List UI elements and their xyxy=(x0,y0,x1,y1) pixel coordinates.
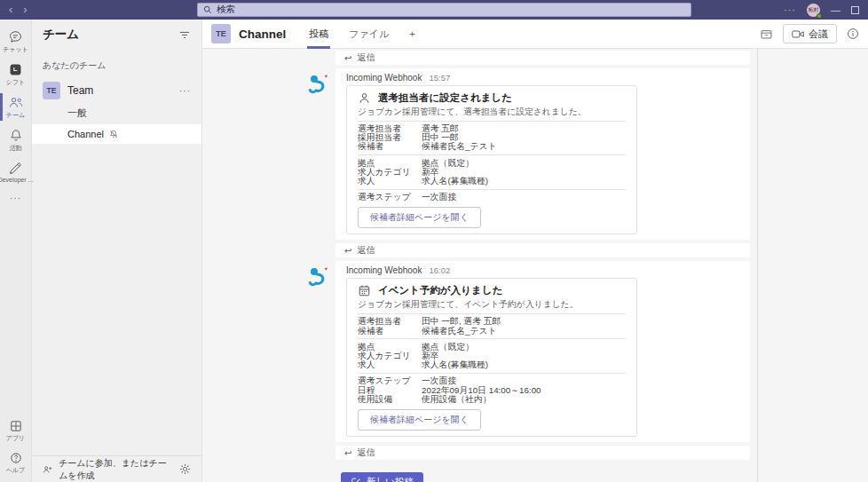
search-placeholder: 検索 xyxy=(217,4,235,16)
filter-icon[interactable] xyxy=(178,29,191,40)
message-time: 15:57 xyxy=(429,73,450,83)
meet-button[interactable]: 会議 xyxy=(783,24,837,43)
teams-window: ‹ › 検索 ··· 柘村 — xyxy=(0,0,868,482)
apps-grid-icon xyxy=(9,419,23,433)
reply-arrow-icon: ↩ xyxy=(344,53,351,63)
card-subtitle: ジョブカン採用管理にて、イベント予約が入りました。 xyxy=(358,299,626,310)
chat-icon xyxy=(8,29,23,44)
shifts-icon xyxy=(8,62,23,77)
rail-item-apps[interactable]: アプリ xyxy=(0,415,31,446)
search-input[interactable]: 検索 xyxy=(197,3,691,17)
tab-files[interactable]: ファイル xyxy=(343,20,395,49)
field-row: 使用設備使用設備（社内） xyxy=(358,395,626,404)
field-row: 選考ステップ一次面接 xyxy=(358,193,626,201)
user-avatar[interactable]: 柘村 xyxy=(807,4,820,17)
info-icon[interactable] xyxy=(847,28,859,40)
join-team-icon xyxy=(43,464,52,475)
open-candidate-detail-button[interactable]: 候補者詳細ページを開く xyxy=(358,207,481,228)
message-webhook-2: Incoming Webhook 16:02 xyxy=(335,261,750,442)
history-nav: ‹ › xyxy=(9,0,28,20)
jobcan-webhook-avatar-icon xyxy=(305,73,330,98)
add-tab-button[interactable]: + xyxy=(403,20,421,49)
calendar-icon xyxy=(358,284,371,297)
channel-title: Channel xyxy=(239,28,286,41)
reply-arrow-icon: ↩ xyxy=(344,448,351,458)
minimize-button[interactable]: — xyxy=(831,4,840,15)
field-row: 日程2022年09月10日 14:00～16:00 xyxy=(358,386,626,395)
adaptive-card-selection-assigned: 選考担当者に設定されました ジョブカン採用管理にて、選考担当者に設定されました。… xyxy=(346,85,637,234)
jobcan-webhook-avatar-icon xyxy=(305,265,330,290)
rail-item-shifts[interactable]: シフト xyxy=(0,58,31,91)
titlebar: ‹ › 検索 ··· 柘村 — xyxy=(0,0,868,20)
archive-box-icon[interactable] xyxy=(760,28,773,40)
presence-available-dot xyxy=(817,13,822,19)
maximize-button[interactable] xyxy=(851,6,859,14)
avatar-initials: 柘村 xyxy=(809,6,819,14)
titlebar-right: ··· 柘村 — xyxy=(784,4,859,17)
field-row: 求人カテゴリ新卒 xyxy=(358,168,626,177)
open-candidate-detail-button[interactable]: 候補者詳細ページを開く xyxy=(358,409,481,431)
card-title: イベント予約が入りました xyxy=(378,285,502,296)
adaptive-card-event-booked: イベント予約が入りました ジョブカン採用管理にて、イベント予約が入りました。 選… xyxy=(346,278,637,437)
sidebar-channel-channel[interactable]: Channel xyxy=(32,124,201,144)
back-icon[interactable]: ‹ xyxy=(9,0,12,20)
message-webhook-1: Incoming Webhook 15:57 選考担当者に設定されました xyxy=(335,68,750,240)
channel-team-avatar: TE xyxy=(211,24,231,43)
new-post-button[interactable]: 新しい投稿 xyxy=(341,472,423,482)
app-rail: チャット シフト チーム xyxy=(0,20,32,482)
forward-icon[interactable]: › xyxy=(23,0,27,20)
message-list: ↩ 返信 xyxy=(202,49,868,482)
rail-item-teams[interactable]: チーム xyxy=(0,91,31,123)
card-title: 選考担当者に設定されました xyxy=(378,92,512,104)
reply-arrow-icon: ↩ xyxy=(344,246,351,256)
field-row: 候補者候補者氏名_テスト xyxy=(358,142,626,151)
reply-bar-top[interactable]: ↩ 返信 xyxy=(335,51,750,65)
activity-bell-icon xyxy=(9,128,23,143)
sidebar-title: チーム xyxy=(43,27,79,43)
manage-teams-gear-icon[interactable] xyxy=(179,463,191,475)
message-time: 16:02 xyxy=(429,265,450,275)
video-camera-icon xyxy=(792,29,804,39)
team-more-icon[interactable]: ··· xyxy=(179,86,191,96)
rail-item-chat[interactable]: チャット xyxy=(0,25,31,58)
developer-icon xyxy=(8,161,23,176)
card-subtitle: ジョブカン採用管理にて、選考担当者に設定されました。 xyxy=(358,107,626,117)
rail-item-activity[interactable]: 活動 xyxy=(0,123,31,156)
teams-icon xyxy=(8,95,24,110)
field-row: 求人カテゴリ新卒 xyxy=(358,352,626,360)
join-or-create-team[interactable]: チームに参加、またはチームを作成 xyxy=(32,455,201,482)
notifications-muted-bell-icon xyxy=(109,130,118,138)
compose-icon xyxy=(351,477,361,482)
channel-pane: TE Channel 投稿 ファイル + xyxy=(202,20,868,482)
reply-bar-message-2[interactable]: ↩ 返信 xyxy=(335,446,750,460)
field-row: 候補者候補者氏名_テスト xyxy=(358,327,626,336)
team-avatar: TE xyxy=(43,82,60,99)
help-icon xyxy=(9,451,23,465)
person-icon xyxy=(358,91,371,105)
scrollbar[interactable] xyxy=(757,49,758,482)
reply-bar-message-1[interactable]: ↩ 返信 xyxy=(335,243,750,257)
search-icon xyxy=(203,5,212,14)
rail-item-help[interactable]: ヘルプ xyxy=(0,446,31,482)
rail-item-developer[interactable]: Developer ... xyxy=(0,156,31,186)
sidebar-team-row[interactable]: TE Team ··· xyxy=(32,79,201,102)
rail-more-apps-icon[interactable]: ··· xyxy=(10,186,21,210)
channel-header: TE Channel 投稿 ファイル + xyxy=(202,20,868,49)
sidebar-spacer xyxy=(32,144,201,455)
field-row: 求人求人名(募集職種) xyxy=(358,177,626,186)
tab-posts[interactable]: 投稿 xyxy=(303,20,335,49)
message-sender: Incoming Webhook xyxy=(346,73,422,83)
field-row: 求人求人名(募集職種) xyxy=(358,360,626,369)
teams-sidebar: チーム あなたのチーム TE Team ··· 一般 Channel xyxy=(32,20,202,482)
your-teams-section-label: あなたのチーム xyxy=(32,49,201,79)
sidebar-channel-general[interactable]: 一般 xyxy=(32,102,201,124)
titlebar-more-icon[interactable]: ··· xyxy=(784,4,796,15)
message-sender: Incoming Webhook xyxy=(346,265,422,275)
